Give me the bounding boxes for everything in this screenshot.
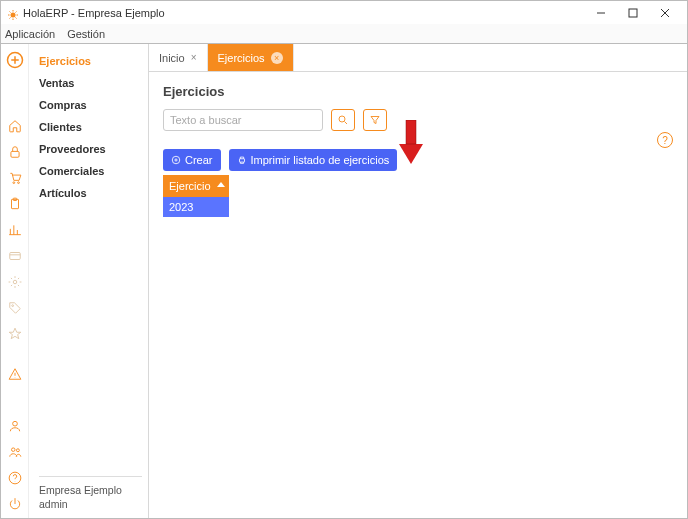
- app-icon: [7, 7, 19, 19]
- footer-user: admin: [39, 497, 142, 512]
- tab-label: Ejercicios: [218, 52, 265, 64]
- card-icon[interactable]: [8, 244, 22, 268]
- warning-icon[interactable]: [8, 362, 22, 386]
- menu-aplicacion[interactable]: Aplicación: [5, 28, 55, 40]
- cell-value: 2023: [169, 201, 193, 213]
- svg-rect-1: [629, 9, 637, 17]
- help-icon[interactable]: [8, 466, 22, 490]
- tab-label: Inicio: [159, 52, 185, 64]
- chart-icon[interactable]: [8, 218, 22, 242]
- tab-inicio[interactable]: Inicio ×: [149, 44, 208, 71]
- clipboard-icon[interactable]: [8, 192, 22, 216]
- add-icon[interactable]: [6, 48, 24, 72]
- sidebar-footer: Empresa Ejemplo admin: [39, 476, 142, 512]
- table-row[interactable]: 2023: [163, 197, 229, 217]
- svg-rect-3: [10, 151, 18, 157]
- tabs: Inicio × Ejercicios ×: [149, 44, 687, 72]
- svg-rect-17: [239, 159, 244, 162]
- menu-gestion[interactable]: Gestión: [67, 28, 105, 40]
- star-icon[interactable]: [8, 322, 22, 346]
- close-button[interactable]: [649, 3, 681, 23]
- sort-asc-icon: [217, 182, 225, 187]
- sidebar-item-clientes[interactable]: Clientes: [39, 116, 142, 138]
- sidebar-item-ventas[interactable]: Ventas: [39, 72, 142, 94]
- filter-button[interactable]: [363, 109, 387, 131]
- svg-point-0: [11, 12, 16, 17]
- print-label: Imprimir listado de ejercicios: [251, 154, 390, 166]
- iconbar: [1, 44, 29, 518]
- svg-point-9: [13, 280, 17, 284]
- context-help-button[interactable]: ?: [657, 132, 673, 148]
- footer-company: Empresa Ejemplo: [39, 483, 142, 498]
- tag-icon[interactable]: [8, 296, 22, 320]
- lock-icon[interactable]: [8, 140, 22, 164]
- search-button[interactable]: [331, 109, 355, 131]
- svg-point-10: [11, 305, 13, 307]
- create-button[interactable]: Crear: [163, 149, 221, 171]
- users-icon[interactable]: [8, 440, 22, 464]
- maximize-button[interactable]: [617, 3, 649, 23]
- svg-point-4: [12, 182, 14, 184]
- window-title: HolaERP - Empresa Ejemplo: [23, 7, 585, 19]
- close-icon[interactable]: ×: [191, 52, 197, 63]
- settings-icon[interactable]: [8, 270, 22, 294]
- menubar: Aplicación Gestión: [0, 24, 688, 44]
- create-label: Crear: [185, 154, 213, 166]
- svg-point-13: [16, 449, 19, 452]
- close-icon[interactable]: ×: [271, 52, 283, 64]
- svg-point-5: [17, 182, 19, 184]
- sidebar-item-compras[interactable]: Compras: [39, 94, 142, 116]
- titlebar: HolaERP - Empresa Ejemplo: [0, 0, 688, 24]
- sidebar-item-articulos[interactable]: Artículos: [39, 182, 142, 204]
- help-label: ?: [662, 135, 668, 146]
- sidebar-item-ejercicios[interactable]: Ejercicios: [39, 50, 142, 72]
- svg-point-11: [12, 421, 17, 426]
- minimize-button[interactable]: [585, 3, 617, 23]
- sidebar-item-proveedores[interactable]: Proveedores: [39, 138, 142, 160]
- search-placeholder: Texto a buscar: [170, 114, 242, 126]
- sidebar-item-comerciales[interactable]: Comerciales: [39, 160, 142, 182]
- search-input[interactable]: Texto a buscar: [163, 109, 323, 131]
- toolbar: Texto a buscar: [163, 109, 673, 131]
- home-icon[interactable]: [8, 114, 22, 138]
- action-row: Crear Imprimir listado de ejercicios: [163, 149, 673, 171]
- grid-header[interactable]: Ejercicio: [163, 175, 229, 197]
- grid-header-label: Ejercicio: [169, 180, 211, 192]
- svg-rect-8: [9, 253, 20, 260]
- user-icon[interactable]: [8, 414, 22, 438]
- power-icon[interactable]: [8, 492, 22, 516]
- svg-point-12: [11, 448, 15, 452]
- page-title: Ejercicios: [163, 84, 673, 99]
- cart-icon[interactable]: [8, 166, 22, 190]
- sidebar: Ejercicios Ventas Compras Clientes Prove…: [29, 44, 149, 518]
- svg-point-15: [339, 116, 345, 122]
- tab-ejercicios[interactable]: Ejercicios ×: [208, 44, 294, 71]
- print-button[interactable]: Imprimir listado de ejercicios: [229, 149, 398, 171]
- content-area: Ejercicios Texto a buscar ? Crear: [149, 72, 687, 518]
- main-panel: Inicio × Ejercicios × Ejercicios Texto a…: [149, 44, 687, 518]
